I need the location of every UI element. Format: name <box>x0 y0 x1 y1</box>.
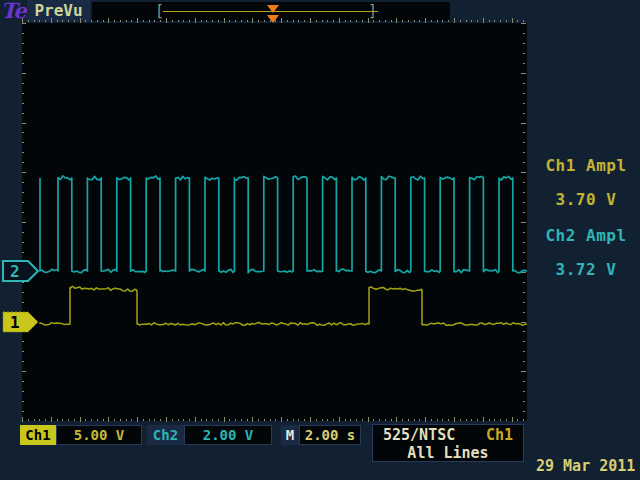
timebase-badge: M <box>281 425 299 445</box>
measurement-ch2-ampl: Ch2 Ampl 3.72 V <box>535 210 637 295</box>
trigger-readout-box: 525/NTSC Ch1 All Lines <box>372 424 524 462</box>
ch1-scale-value: 5.00 V <box>56 425 142 445</box>
timebase-value: 2.00 s <box>299 425 361 445</box>
trigger-standard: 525/NTSC <box>383 426 455 444</box>
trigger-position-marker-icon <box>267 5 279 13</box>
measurement-ch2-label: Ch2 Ampl <box>535 227 637 244</box>
measurement-ch1-value: 3.70 V <box>535 191 637 208</box>
acquisition-mode-label: PreVu <box>27 0 90 21</box>
ch2-scale-value: 2.00 V <box>184 425 272 445</box>
ch1-scale-badge: Ch1 <box>20 425 56 445</box>
datetime-readout: 29 Mar 2011 15:57:52 <box>536 442 635 480</box>
trigger-mode: All Lines <box>373 444 523 462</box>
ch2-position-marker: 2 <box>2 260 40 282</box>
waveform-display <box>22 23 527 421</box>
trigger-position-ruler-marker-icon <box>267 15 279 23</box>
ch2-scale-badge: Ch2 <box>147 425 184 445</box>
oscilloscope-screen: Tek PreVu [ ] 2 1 Ch1 Ampl 3.70 V Ch2 Am… <box>0 0 640 480</box>
measurement-ch2-value: 3.72 V <box>535 261 637 278</box>
ch2-marker-label: 2 <box>10 262 20 281</box>
measurement-ch1-label: Ch1 Ampl <box>535 157 637 174</box>
date-label: 29 Mar 2011 <box>536 458 635 474</box>
ch1-marker-label: 1 <box>10 313 20 332</box>
trigger-source: Ch1 <box>486 426 513 444</box>
ch1-position-marker: 1 <box>2 311 40 333</box>
